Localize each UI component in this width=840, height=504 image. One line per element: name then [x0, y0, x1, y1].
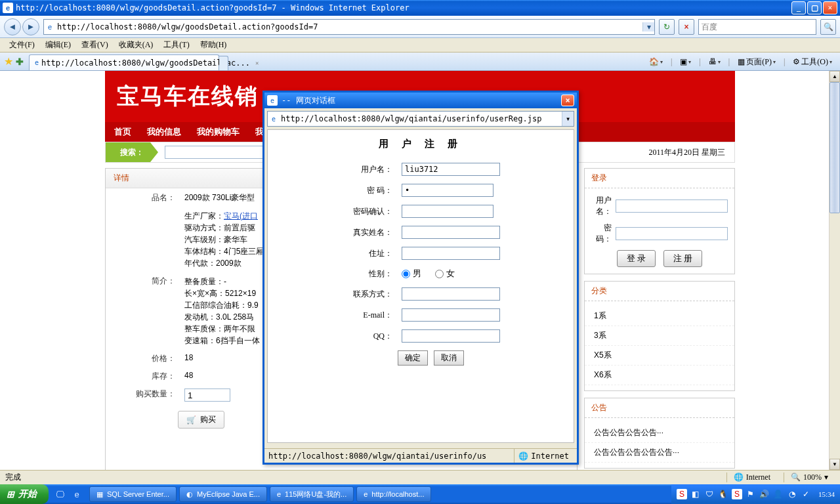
- maximize-button[interactable]: ▢: [807, 1, 822, 14]
- add-favorite-icon[interactable]: ✚: [16, 56, 24, 67]
- reg-gender-female[interactable]: 女: [435, 268, 455, 278]
- reg-qq-input[interactable]: [402, 329, 500, 343]
- login-user-label: 用户名：: [591, 195, 612, 217]
- task-myeclipse[interactable]: ◐MyEclipse Java E...: [179, 486, 267, 502]
- tray-icon[interactable]: ◔: [787, 489, 797, 499]
- tab-close-icon[interactable]: ✕: [255, 60, 259, 66]
- tray-clock[interactable]: 15:34: [818, 490, 835, 498]
- dialog-close-button[interactable]: ×: [561, 94, 574, 106]
- task-sqlserver[interactable]: ▦SQL Server Enter...: [89, 486, 177, 502]
- tools-menu-button[interactable]: ⚙ 工具(O)▾: [790, 55, 835, 69]
- reg-contact-input[interactable]: [402, 287, 500, 301]
- site-search-input[interactable]: [165, 146, 263, 159]
- page-menu-button[interactable]: ▦ 页面(P)▾: [735, 55, 778, 69]
- feeds-button[interactable]: ▣▾: [677, 56, 694, 68]
- menu-view[interactable]: 查看(V): [76, 37, 114, 52]
- nav-home[interactable]: 首页: [114, 126, 131, 138]
- dialog-titlebar[interactable]: e -- 网页对话框 ×: [264, 93, 577, 108]
- refresh-button[interactable]: ↻: [659, 19, 675, 35]
- dialog-title-text: -- 网页对话框: [282, 95, 561, 106]
- tab-bar: ★ ✚ e http://localhost:8080/wlgw/goodsDe…: [0, 52, 840, 71]
- tray-icon[interactable]: ⚑: [746, 489, 756, 499]
- favorites-icon[interactable]: ★: [4, 55, 13, 68]
- zoom-control[interactable]: 🔍 100% ▾: [784, 472, 835, 482]
- cat-item[interactable]: 1系: [585, 306, 734, 326]
- reg-email-input[interactable]: [402, 308, 500, 322]
- stop-button[interactable]: ×: [679, 19, 694, 35]
- browser-search-input[interactable]: [699, 20, 816, 34]
- minimize-button[interactable]: _: [791, 1, 806, 14]
- ql-desktop-icon[interactable]: 🖵: [52, 487, 67, 501]
- tray-safe-icon[interactable]: ✓: [801, 489, 811, 499]
- buy-button[interactable]: 🛒 购买: [178, 411, 224, 429]
- task-115[interactable]: e115网络U盘-我的...: [270, 486, 354, 502]
- ql-ie-icon[interactable]: e: [70, 487, 84, 501]
- forward-button[interactable]: ►: [22, 18, 39, 35]
- tray-sogou-icon[interactable]: S: [677, 489, 687, 499]
- cat-item[interactable]: X6系: [585, 366, 734, 385]
- tab-active[interactable]: e http://localhost:8080/wlgw/goodsDetail…: [29, 54, 219, 70]
- reg-gender-male[interactable]: 男: [402, 268, 421, 278]
- register-button[interactable]: 注 册: [663, 250, 703, 267]
- print-button[interactable]: 🖶▾: [706, 56, 723, 68]
- vertical-scrollbar[interactable]: ▲ ▼: [829, 71, 840, 470]
- browser-search-box[interactable]: [698, 19, 816, 35]
- menu-file[interactable]: 文件(F): [4, 37, 40, 52]
- menu-edit[interactable]: 编辑(E): [40, 37, 76, 52]
- reg-confirm-input[interactable]: [402, 205, 494, 218]
- menu-tools[interactable]: 工具(T): [158, 37, 194, 52]
- dialog-address-bar[interactable]: e http://localhost:8080/wlgw/qiantai/use…: [267, 111, 574, 127]
- tray-volume-icon[interactable]: 🔊: [759, 489, 770, 499]
- dialog-url: http://localhost:8080/wlgw/qiantai/useri…: [280, 114, 562, 123]
- reg-cancel-button[interactable]: 取消: [434, 350, 464, 366]
- globe-icon: 🌐: [734, 472, 744, 482]
- notice-item[interactable]: 公告公告公告公告公告···: [585, 443, 734, 463]
- cat-item[interactable]: X5系: [585, 346, 734, 366]
- login-user-input[interactable]: [616, 200, 728, 213]
- dialog-addr-dropdown[interactable]: ▾: [562, 112, 574, 126]
- dialog-status-url: http://localhost:8080/wlgw/qiantai/useri…: [268, 452, 486, 461]
- address-input[interactable]: [56, 20, 642, 34]
- new-tab-button[interactable]: [219, 56, 228, 70]
- login-pass-input[interactable]: [616, 227, 728, 240]
- reg-user-input[interactable]: [402, 163, 500, 176]
- scroll-up-button[interactable]: ▲: [830, 71, 840, 82]
- reg-pass-label: 密 码：: [337, 180, 396, 200]
- notice-item[interactable]: 公告公告公告公告···: [585, 423, 734, 443]
- start-button[interactable]: ⊞ 开始: [0, 484, 49, 504]
- reg-qq-label: QQ：: [337, 326, 396, 346]
- scroll-thumb[interactable]: [830, 82, 840, 213]
- menu-favorites[interactable]: 收藏夹(A): [114, 37, 159, 52]
- tray-qq-icon[interactable]: 🐧: [718, 489, 728, 499]
- tray-icon[interactable]: 🛡: [704, 489, 715, 499]
- menu-help[interactable]: 帮助(H): [195, 37, 232, 52]
- label-qty: 购买数量：: [107, 386, 179, 404]
- login-header: 登录: [585, 169, 734, 188]
- dialog-ie-icon: e: [267, 95, 278, 106]
- reg-realname-input[interactable]: [402, 226, 500, 239]
- reg-addr-input[interactable]: [402, 247, 500, 260]
- reg-pass-input[interactable]: [402, 184, 494, 197]
- back-button[interactable]: ◄: [4, 18, 21, 35]
- address-dropdown[interactable]: ▾: [642, 22, 654, 32]
- tray-icon[interactable]: ◧: [690, 489, 701, 499]
- search-go-button[interactable]: 🔍: [820, 19, 836, 35]
- reg-ok-button[interactable]: 确定: [398, 350, 428, 366]
- tray-sogou2-icon[interactable]: S: [732, 489, 742, 499]
- scroll-down-button[interactable]: ▼: [830, 459, 840, 470]
- notice-header: 公告: [585, 398, 734, 418]
- qty-input[interactable]: [184, 388, 230, 402]
- home-button[interactable]: 🏠▾: [646, 56, 665, 68]
- window-close-button[interactable]: ×: [823, 1, 837, 14]
- label-price: 价格：: [107, 350, 179, 367]
- address-bar[interactable]: e ▾: [43, 19, 655, 35]
- command-bar: 🏠▾ | ▣▾ | 🖶▾ | ▦ 页面(P)▾ | ⚙ 工具(O)▾: [646, 55, 835, 69]
- cat-item[interactable]: 3系: [585, 326, 734, 346]
- status-zone[interactable]: 🌐Internet: [726, 472, 777, 482]
- task-localhost[interactable]: ehttp://localhost...: [356, 486, 431, 502]
- nav-info[interactable]: 我的信息: [147, 126, 181, 138]
- login-button[interactable]: 登 录: [617, 250, 656, 267]
- tray-msn-icon[interactable]: 👤: [773, 489, 784, 499]
- reg-user-label: 用户名：: [337, 159, 396, 179]
- nav-cart[interactable]: 我的购物车: [197, 126, 240, 138]
